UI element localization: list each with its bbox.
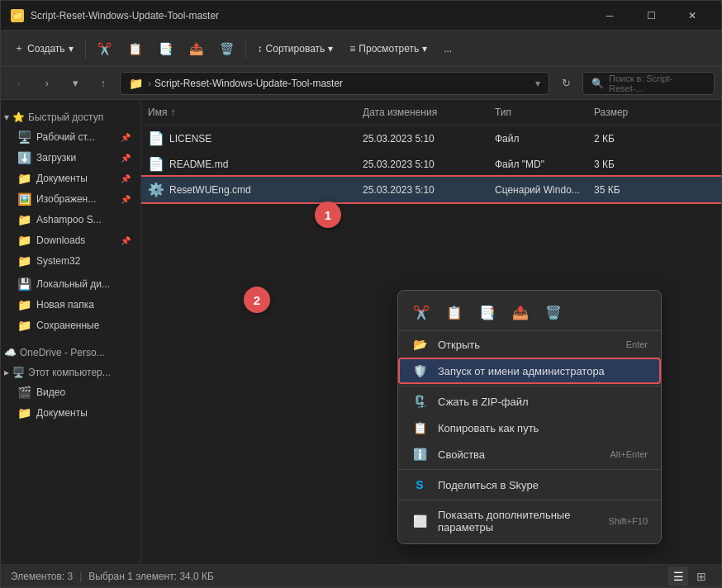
sidebar-item-video[interactable]: 🎬 Видео (4, 382, 137, 402)
toolbar-separator-2 (245, 39, 246, 59)
sidebar-item-saved[interactable]: 📁 Сохраненные (4, 315, 137, 335)
file-size-license: 2 КБ (587, 130, 653, 147)
status-bar: Элементов: 3 | Выбран 1 элемент: 34,0 КБ… (1, 564, 721, 587)
ctx-cut-button[interactable]: ✂️ (408, 299, 435, 325)
sidebar-item-pictures-label: Изображен... (36, 193, 96, 205)
sidebar-item-local-disk[interactable]: 💾 Локальный ди... (4, 274, 137, 294)
ctx-copy-button[interactable]: 📋 (441, 299, 468, 325)
sidebar-item-downloads[interactable]: ⬇️ Загрузки 📌 (4, 148, 137, 168)
ctx-item-more[interactable]: ⬜ Показать дополнительные параметры Shif… (398, 502, 661, 540)
file-name-license: LICENSE (169, 133, 211, 145)
file-type-resetwueng: Сценарий Windо... (488, 182, 587, 198)
refresh-button[interactable]: ↻ (554, 72, 577, 95)
ctx-open-shortcut: Enter (626, 339, 648, 349)
table-row[interactable]: 📄 LICENSE 25.03.2023 5:10 Файл 2 КБ (141, 126, 721, 151)
file-name-cell-readme: 📄 README.md (141, 154, 356, 174)
up-button[interactable]: ↑ (92, 72, 115, 95)
copy-button[interactable]: 📋 (121, 39, 149, 59)
forward-button[interactable]: › (36, 72, 59, 95)
sort-button[interactable]: ↕ Сортировать ▾ (251, 40, 340, 58)
sidebar-item-documents2-label: Документы (36, 407, 88, 419)
sidebar-item-system32[interactable]: 📁 System32 (4, 251, 137, 271)
ctx-item-skype[interactable]: S Поделиться в Skype (398, 472, 661, 498)
view-dropdown-icon: ▾ (422, 43, 427, 55)
ctx-paste-button[interactable]: 📑 (474, 299, 501, 325)
more-button[interactable]: ... (437, 40, 458, 58)
badge-2: 2 (244, 287, 270, 313)
window-icon: 📁 (11, 9, 24, 22)
ctx-more-icon: ⬜ (411, 514, 428, 528)
ctx-separator-3 (398, 500, 661, 500)
sidebar-item-ashampoo[interactable]: 📁 Ashampoo S... (4, 210, 137, 230)
ashampoo-icon: 📁 (17, 213, 31, 226)
file-name-readme: README.md (169, 159, 228, 170)
back-button[interactable]: ‹ (7, 72, 31, 95)
ctx-properties-shortcut: Alt+Enter (610, 449, 648, 459)
table-row[interactable]: 📄 README.md 25.03.2023 5:10 Файл "MD" 3 … (141, 151, 721, 177)
tiles-view-button[interactable]: ⊞ (691, 567, 711, 586)
sidebar-onedrive-group[interactable]: ☁️ OneDrive - Perso... (1, 342, 140, 362)
recent-button[interactable]: ▾ (64, 72, 87, 95)
ctx-item-open[interactable]: 📂 Открыть Enter (398, 331, 661, 358)
status-items-count: Элементов: 3 (11, 571, 73, 582)
share-icon: 📤 (189, 42, 203, 55)
file-type-readme: Файл "MD" (488, 156, 587, 173)
ctx-separator-2 (398, 469, 661, 470)
cut-button[interactable]: ✂️ (91, 39, 118, 59)
minimize-button[interactable]: ─ (591, 1, 629, 31)
ctx-item-zip[interactable]: 🗜️ Сжать в ZIP-файл (398, 388, 661, 415)
header-date[interactable]: Дата изменения (356, 103, 488, 121)
sidebar-thispc-group[interactable]: ▸ 🖥️ Этот компьютер... (1, 362, 140, 382)
file-name-cell-resetwueng: ⚙️ ResetWUEng.cmd (141, 179, 356, 200)
ctx-item-copypath[interactable]: 📋 Копировать как путь (398, 415, 661, 441)
ctx-open-icon: 📂 (411, 338, 428, 351)
close-button[interactable]: ✕ (673, 1, 711, 31)
search-box[interactable]: 🔍 Поиск в: Script-Reset-... (582, 72, 715, 95)
sidebar-thispc-label: Этот компьютер... (28, 367, 111, 378)
file-name-resetwueng: ResetWUEng.cmd (169, 184, 251, 196)
sidebar-item-pictures[interactable]: 🖼️ Изображен... 📌 (4, 189, 137, 209)
ctx-skype-icon: S (411, 478, 428, 491)
content-area: ▾ ⭐ Быстрый доступ 🖥️ Рабочий ст... 📌 ⬇️… (1, 100, 721, 564)
sidebar-item-desktop[interactable]: 🖥️ Рабочий ст... 📌 (4, 127, 137, 147)
sidebar-item-new-folder-label: Новая папка (36, 299, 94, 311)
sort-asc-icon: ↑ (170, 107, 175, 118)
sidebar-item-saved-label: Сохраненные (36, 320, 99, 331)
sidebar-item-documents[interactable]: 📁 Документы 📌 (4, 168, 137, 188)
pictures-icon: 🖼️ (17, 192, 31, 206)
pin-icon-desktop: 📌 (121, 133, 131, 142)
address-input[interactable]: 📁 › Script-Reset-Windows-Update-Tool-mas… (120, 72, 549, 95)
sidebar-onedrive-label: OneDrive - Perso... (20, 347, 105, 358)
sidebar-item-documents2[interactable]: 📁 Документы (4, 403, 137, 423)
sidebar-item-desktop-label: Рабочий ст... (36, 131, 95, 143)
context-menu: ✂️ 📋 📑 📤 🗑️ 📂 Открыть Enter 🛡️ Запуск от… (397, 290, 662, 544)
ctx-share-button[interactable]: 📤 (507, 299, 534, 325)
header-name[interactable]: Имя ↑ (141, 103, 356, 121)
create-dropdown-icon: ▾ (69, 43, 74, 55)
paste-button[interactable]: 📑 (152, 39, 179, 59)
badge-1: 1 (315, 202, 341, 228)
header-size[interactable]: Размер (587, 103, 653, 121)
file-size-resetwueng: 35 КБ (587, 182, 653, 198)
ctx-item-properties[interactable]: ℹ️ Свойства Alt+Enter (398, 441, 661, 467)
share-button[interactable]: 📤 (183, 39, 210, 59)
ctx-delete-button[interactable]: 🗑️ (540, 299, 567, 325)
toolbar-separator-1 (85, 39, 86, 59)
ctx-properties-label: Свойства (438, 448, 600, 461)
sidebar: ▾ ⭐ Быстрый доступ 🖥️ Рабочий ст... 📌 ⬇️… (1, 100, 141, 564)
create-button[interactable]: ＋ Создать ▾ (7, 38, 80, 59)
file-list-header: Имя ↑ Дата изменения Тип Размер (141, 100, 721, 126)
ctx-runas-icon: 🛡️ (411, 364, 428, 377)
quick-access-label: ⭐ (12, 111, 25, 123)
view-button[interactable]: ≡ Просмотреть ▾ (343, 40, 434, 58)
maximize-button[interactable]: ☐ (632, 1, 670, 31)
sidebar-item-downloads2[interactable]: 📁 Downloads 📌 (4, 230, 137, 250)
sidebar-quick-access-group[interactable]: ▾ ⭐ Быстрый доступ (1, 107, 140, 126)
details-view-button[interactable]: ☰ (668, 567, 688, 586)
chevron-right-icon: ☁️ (4, 347, 17, 358)
ctx-item-runas[interactable]: 🛡️ Запуск от имени администратора (398, 358, 661, 384)
header-type[interactable]: Тип (488, 103, 587, 121)
table-row[interactable]: ⚙️ ResetWUEng.cmd 25.03.2023 5:10 Сценар… (141, 177, 721, 202)
sidebar-item-new-folder[interactable]: 📁 Новая папка (4, 295, 137, 315)
delete-button[interactable]: 🗑️ (213, 39, 240, 59)
